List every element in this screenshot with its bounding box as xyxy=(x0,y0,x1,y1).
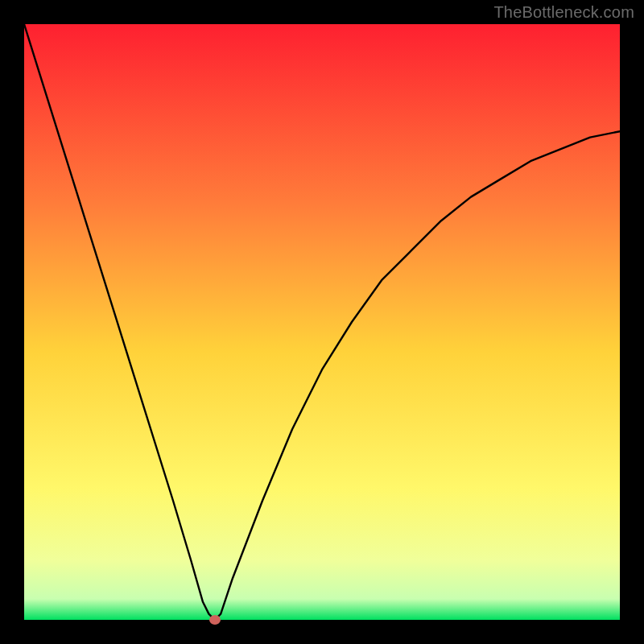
bottleneck-plot xyxy=(24,24,620,620)
watermark-text: TheBottleneck.com xyxy=(493,3,634,22)
chart-frame: TheBottleneck.com xyxy=(0,0,644,644)
plot-background xyxy=(24,24,620,620)
minimum-marker-dot xyxy=(209,615,221,625)
